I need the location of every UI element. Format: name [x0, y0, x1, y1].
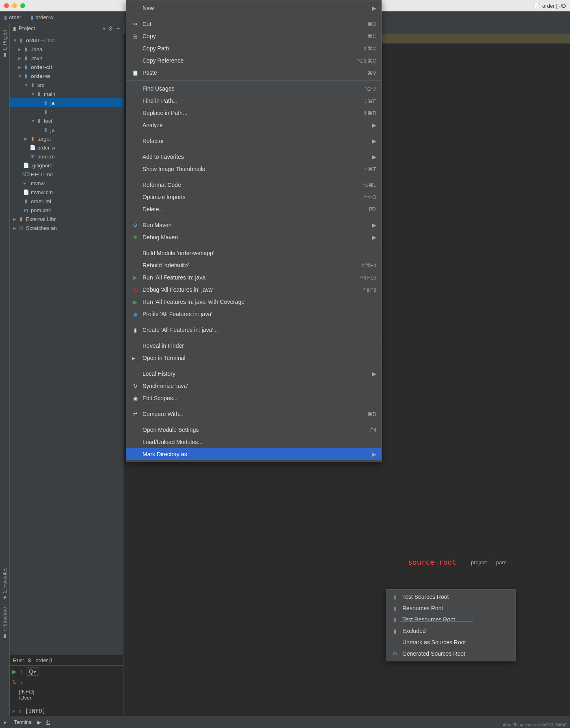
- status-four[interactable]: 4:: [46, 719, 50, 725]
- tree-root[interactable]: ▼▮order ~/Doc: [10, 36, 123, 45]
- menu-reformat[interactable]: Reformat Code⌥⌘L: [126, 179, 381, 191]
- tree-item[interactable]: 📄mvnw.cm: [10, 188, 123, 197]
- menu-separator: [126, 366, 381, 366]
- menu-replace-in-path[interactable]: Replace in Path...⇧⌘R: [126, 107, 381, 119]
- menu-optimize[interactable]: Optimize Imports^⌥O: [126, 191, 381, 203]
- menu-local-history[interactable]: Local History▶: [126, 368, 381, 380]
- menu-add-favorites[interactable]: Add to Favorites▶: [126, 151, 381, 163]
- breadcrumb-item[interactable]: pare: [496, 559, 507, 566]
- menu-paste[interactable]: 📋Paste⌘V: [126, 67, 381, 79]
- terminal-icon[interactable]: ▸_: [4, 719, 9, 725]
- tree-item-selected[interactable]: ▮ja: [10, 98, 123, 107]
- sidebar-tab-structure[interactable]: ▮7: Structure: [1, 604, 9, 643]
- menu-separator: [126, 177, 381, 177]
- menu-separator: [126, 217, 381, 217]
- tree-item[interactable]: ▼▮test: [10, 116, 123, 125]
- tree-item[interactable]: ▮order.iml: [10, 197, 123, 206]
- submenu-excluded[interactable]: ▮Excluded: [386, 625, 515, 637]
- more-icon[interactable]: »: [19, 708, 22, 714]
- menu-cut[interactable]: ✂Cut⌘X: [126, 18, 381, 30]
- breadcrumb-item[interactable]: order: [9, 14, 21, 20]
- run-toolbar-3: » » [INFO]: [10, 706, 123, 716]
- menu-rebuild[interactable]: Rebuild '<default>'⇧⌘F9: [126, 259, 381, 271]
- submenu-test-resources[interactable]: ▮Test Resources Root: [386, 614, 515, 625]
- sidebar-tab-favorites[interactable]: ★2: Favorites: [1, 564, 9, 604]
- tree-item[interactable]: 📄order-w: [10, 143, 123, 152]
- run-toolbar-2: ↻ ↓: [10, 677, 123, 687]
- play-icon[interactable]: ▶: [12, 668, 17, 675]
- menu-synchronize[interactable]: ↻Synchronize 'java': [126, 380, 381, 392]
- more-icon[interactable]: »: [12, 708, 15, 714]
- tree-item[interactable]: ▶▮External Libr: [10, 214, 123, 223]
- maximize-button[interactable]: [20, 3, 25, 8]
- project-tree[interactable]: ▼▮order ~/Doc ▶▮.idea ▶▮.mvn ▶▮order-cli…: [10, 34, 123, 716]
- menu-run-coverage[interactable]: ▶Run 'All Features in: java' with Covera…: [126, 296, 381, 308]
- menu-delete[interactable]: Delete...⌦: [126, 203, 381, 215]
- minimize-icon[interactable]: −: [117, 25, 120, 32]
- submenu-resources[interactable]: ▮Resources Root: [386, 602, 515, 614]
- submenu-test-sources[interactable]: ▮Test Sources Root: [386, 591, 515, 602]
- breadcrumb-item[interactable]: project: [471, 559, 487, 566]
- minimize-button[interactable]: [12, 3, 17, 8]
- tree-item[interactable]: ▶▮order-cli: [10, 63, 123, 72]
- gear-icon[interactable]: ⚙: [108, 25, 113, 32]
- menu-mark-directory[interactable]: Mark Directory as▶: [126, 448, 381, 460]
- menu-debug-all[interactable]: 🐞Debug 'All Features in: java'^⇧F9: [126, 284, 381, 296]
- tree-item[interactable]: ▼▮order-w: [10, 72, 123, 80]
- submenu-unmark[interactable]: Unmark as Sources Root: [386, 637, 515, 648]
- left-sidebar: ▮1: Project ★2: Favorites ▮7: Structure: [0, 23, 10, 716]
- submenu-generated[interactable]: ⚙Generated Sources Root: [386, 648, 515, 659]
- panel-title[interactable]: Project: [19, 25, 100, 31]
- menu-open-terminal[interactable]: ▸_Open in Terminal: [126, 352, 381, 364]
- menu-compare[interactable]: ⇄Compare With...⌘D: [126, 408, 381, 420]
- up-arrow-icon[interactable]: ↑: [20, 668, 23, 675]
- tree-item[interactable]: ▮ja: [10, 125, 123, 134]
- menu-separator: [126, 406, 381, 406]
- tree-item[interactable]: ▶▮target: [10, 134, 123, 143]
- tree-item[interactable]: ▼▮src: [10, 80, 123, 89]
- tree-item[interactable]: ▶◷Scratches an: [10, 223, 123, 232]
- run-config[interactable]: order [i: [35, 657, 52, 663]
- sidebar-tab-project[interactable]: ▮1: Project: [1, 27, 9, 61]
- tree-item[interactable]: ▼▮main: [10, 89, 123, 98]
- menu-build-module[interactable]: Build Module 'order-webapp': [126, 247, 381, 259]
- menu-analyze[interactable]: Analyze▶: [126, 119, 381, 131]
- down-arrow-icon[interactable]: ↓: [20, 679, 23, 685]
- tree-item[interactable]: ▮r: [10, 107, 123, 116]
- dropdown-arrow-icon[interactable]: ▾: [103, 25, 106, 32]
- menu-find-in-path[interactable]: Find in Path...⇧⌘F: [126, 95, 381, 107]
- tree-item[interactable]: ▶▮.mvn: [10, 54, 123, 63]
- menu-copy-path[interactable]: Copy Path⇧⌘C: [126, 42, 381, 54]
- tree-item[interactable]: mpom.xn: [10, 152, 123, 161]
- status-terminal[interactable]: Terminal: [14, 719, 32, 725]
- tree-item[interactable]: mpom.xml: [10, 206, 123, 214]
- editor-breadcrumb: project 〉 pare: [471, 559, 507, 566]
- menu-edit-scopes[interactable]: ◉Edit Scopes...: [126, 392, 381, 404]
- menu-debug-maven[interactable]: ✱Debug Maven▶: [126, 231, 381, 243]
- menu-run-maven[interactable]: ⚙Run Maven▶: [126, 219, 381, 231]
- menu-profile[interactable]: ◉Profile 'All Features in: java': [126, 308, 381, 320]
- gear-icon: ⚙: [27, 657, 32, 663]
- menu-create-all[interactable]: ▮Create 'All Features in: java'...: [126, 324, 381, 336]
- tree-item[interactable]: MDHELP.md: [10, 170, 123, 179]
- mark-directory-submenu: ▮Test Sources Root ▮Resources Root ▮Test…: [386, 589, 516, 661]
- menu-refactor[interactable]: Refactor▶: [126, 135, 381, 147]
- menu-copy[interactable]: ⎘Copy⌘C: [126, 30, 381, 42]
- breadcrumb-item[interactable]: order-w: [35, 14, 53, 20]
- menu-run-all[interactable]: ▶Run 'All Features in: java'^⇧F10: [126, 271, 381, 284]
- run-toolbar: ▶ ↑ Q▾: [10, 666, 123, 677]
- menu-copy-reference[interactable]: Copy Reference⌥⇧⌘C: [126, 54, 381, 67]
- close-button[interactable]: [4, 3, 9, 8]
- tree-item[interactable]: ▸_mvnw: [10, 179, 123, 188]
- menu-load-unload[interactable]: Load/Unload Modules...: [126, 436, 381, 448]
- menu-find-usages[interactable]: Find Usages⌥F7: [126, 82, 381, 95]
- context-menu: New▶ ✂Cut⌘X ⎘Copy⌘C Copy Path⇧⌘C Copy Re…: [126, 0, 382, 462]
- menu-open-module-settings[interactable]: Open Module SettingsF4: [126, 424, 381, 436]
- menu-new[interactable]: New▶: [126, 2, 381, 14]
- tree-item[interactable]: ▶▮.idea: [10, 45, 123, 54]
- tree-item[interactable]: 📄.gitignore: [10, 161, 123, 170]
- menu-reveal-finder[interactable]: Reveal in Finder: [126, 340, 381, 352]
- search-input[interactable]: Q▾: [26, 667, 39, 676]
- rerun-icon[interactable]: ↻: [12, 679, 17, 685]
- menu-show-thumbnails[interactable]: Show Image Thumbnails⇧⌘T: [126, 163, 381, 175]
